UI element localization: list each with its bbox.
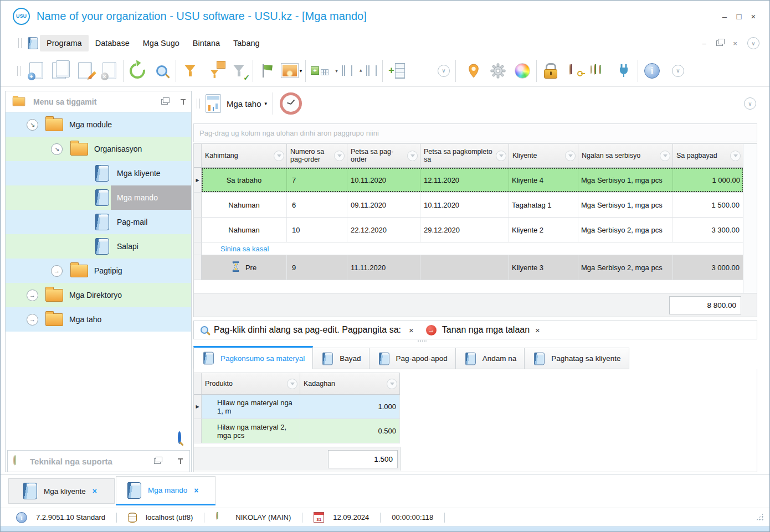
reports-button[interactable]: Mga taho bbox=[227, 99, 261, 109]
filter-row[interactable]: Pag-klik dinhi alang sa pag-edit. Pagpan… bbox=[193, 321, 757, 339]
resize-grip[interactable] bbox=[756, 513, 764, 521]
tree-item-pagtipig[interactable]: → Pagtipig bbox=[6, 259, 191, 283]
calendar-icon[interactable]: 31 bbox=[314, 512, 324, 523]
collapse-node-icon[interactable]: ↘ bbox=[51, 143, 63, 155]
delete-document-icon[interactable]: × bbox=[97, 59, 121, 83]
toolbar-overflow-icon[interactable]: ∨ bbox=[744, 97, 756, 110]
column-header-serbisyo[interactable]: Ngalan sa serbisyo bbox=[578, 144, 673, 167]
toolbar-overflow-icon[interactable]: ∨ bbox=[438, 65, 450, 77]
clock-icon[interactable] bbox=[279, 91, 303, 116]
cell-petsa-kompleto[interactable] bbox=[420, 255, 509, 280]
expand-node-icon[interactable]: → bbox=[51, 265, 63, 277]
cell-kadaghan[interactable]: 1.000 bbox=[300, 395, 400, 419]
cell-numero[interactable]: 10 bbox=[287, 218, 347, 242]
clear-filter-icon[interactable]: × bbox=[409, 326, 414, 335]
info-icon[interactable]: i bbox=[16, 512, 27, 523]
filter-icon[interactable] bbox=[496, 151, 506, 161]
menu-tabang[interactable]: Tabang bbox=[227, 35, 266, 51]
cell-petsa-order[interactable]: 11.11.2020 bbox=[347, 255, 420, 280]
panel-pin-icon[interactable] bbox=[180, 99, 187, 105]
cell-kliyente[interactable]: Kliyente 2 bbox=[509, 218, 578, 242]
filter-columns-icon[interactable] bbox=[202, 59, 227, 83]
settings-gear-icon[interactable] bbox=[486, 59, 510, 83]
new-document-icon[interactable]: + bbox=[24, 59, 48, 83]
filter-icon[interactable] bbox=[565, 151, 576, 161]
cell-serbisyo[interactable]: Mga Serbisyo 1, mga pcs bbox=[578, 193, 673, 217]
cell-serbisyo[interactable]: Mga Serbisyo 2, mga pcs bbox=[578, 255, 673, 280]
table-row-selected[interactable]: ▶ Sa trabaho 7 10.11.2020 12.11.2020 Kli… bbox=[194, 168, 743, 193]
filter-icon[interactable] bbox=[730, 151, 741, 161]
table-row-highlighted[interactable]: Pre 9 11.11.2020 Kliyente 3 Mga Serbisyo… bbox=[194, 255, 743, 280]
group-by-bar[interactable]: Pag-drag ug kolum nga ulohan dinhi aron … bbox=[193, 123, 757, 142]
menu-bintana[interactable]: Bintana bbox=[186, 35, 227, 51]
window-tab-mga-kliyente[interactable]: Mga kliyente × bbox=[8, 478, 115, 504]
dropdown-arrow-icon[interactable]: ▾ bbox=[265, 101, 268, 106]
mdi-close-icon[interactable]: × bbox=[728, 39, 742, 48]
column-header-kliyente[interactable]: Kliyente bbox=[509, 144, 578, 167]
location-pin-icon[interactable] bbox=[461, 59, 486, 83]
scope-arrow-icon[interactable]: → bbox=[426, 325, 437, 335]
cell-petsa-kompleto[interactable]: 29.12.2020 bbox=[420, 218, 509, 242]
table-row[interactable]: Nahuman 6 09.11.2020 10.11.2020 Tagahata… bbox=[194, 193, 743, 218]
column-header-bayad[interactable]: Sa pagbayad bbox=[673, 144, 743, 167]
cell-petsa-kompleto[interactable]: 10.11.2020 bbox=[420, 193, 509, 217]
mdi-restore-icon[interactable] bbox=[716, 40, 723, 46]
cell-petsa-order[interactable]: 09.11.2020 bbox=[347, 193, 420, 217]
filter-icon[interactable] bbox=[387, 379, 397, 389]
table-row-selected[interactable]: ▶ Hilaw nga materyal nga 1, m 1.000 bbox=[194, 395, 400, 419]
menu-mga-sugo[interactable]: Mga Sugo bbox=[136, 35, 186, 51]
cell-petsa-order[interactable]: 10.11.2020 bbox=[347, 168, 420, 192]
tree-expand-icon[interactable]: ▾ bbox=[332, 59, 356, 83]
report-icon[interactable] bbox=[203, 91, 223, 116]
column-header-kahimtang[interactable]: Kahimtang bbox=[202, 144, 287, 167]
collapse-node-icon[interactable]: ↘ bbox=[27, 119, 38, 131]
column-header-kadaghan[interactable]: Kadaghan bbox=[300, 373, 400, 394]
cell-kliyente[interactable]: Tagahatag 1 bbox=[509, 193, 578, 217]
filter-scope-label[interactable]: Tanan nga mga talaan bbox=[442, 325, 530, 335]
menu-overflow-icon[interactable]: ∨ bbox=[747, 37, 759, 49]
filter-icon[interactable] bbox=[334, 151, 345, 161]
plugin-icon[interactable] bbox=[612, 59, 636, 83]
maximize-button[interactable]: □ bbox=[732, 12, 746, 21]
tree-item-mga-taho[interactable]: → Mga taho bbox=[6, 307, 191, 332]
user-group-icon[interactable] bbox=[587, 59, 612, 83]
tree-item-salapi[interactable]: Salapi bbox=[6, 234, 191, 259]
cell-numero[interactable]: 7 bbox=[287, 168, 347, 192]
toolbar-grip[interactable] bbox=[197, 99, 200, 109]
filter-icon[interactable] bbox=[274, 151, 284, 161]
filter-check-icon[interactable]: ✓ bbox=[227, 59, 251, 83]
cell-bayad[interactable]: 1 000.00 bbox=[673, 168, 743, 192]
group-row[interactable]: Sinina sa kasal bbox=[194, 242, 743, 255]
panel-float-icon[interactable] bbox=[154, 458, 161, 464]
add-row-icon[interactable]: + bbox=[384, 59, 409, 83]
image-icon[interactable]: ▾ bbox=[279, 59, 304, 83]
tree-search-icon[interactable] bbox=[178, 433, 181, 443]
cell-produkto[interactable]: Hilaw nga materyal 2, mga pcs bbox=[202, 419, 300, 443]
splitter-handle[interactable] bbox=[417, 340, 427, 342]
tab-andam-na[interactable]: Andam na bbox=[456, 348, 525, 369]
cell-kahimtang[interactable]: Sa trabaho bbox=[202, 168, 287, 192]
flag-icon[interactable] bbox=[255, 59, 279, 83]
tree-item-mga-direktoryo[interactable]: → Mga Direktoryo bbox=[6, 283, 191, 307]
toolbar-grip[interactable] bbox=[17, 66, 20, 76]
edit-document-icon[interactable] bbox=[73, 59, 97, 83]
filter-icon[interactable] bbox=[407, 151, 418, 161]
copy-document-icon[interactable] bbox=[48, 59, 73, 83]
tab-pag-apod-apod[interactable]: Pag-apod-apod bbox=[369, 348, 456, 369]
lock-icon[interactable] bbox=[538, 59, 563, 83]
filter-icon[interactable] bbox=[287, 379, 297, 389]
tree-item-pag-mail[interactable]: Pag-mail bbox=[6, 210, 191, 234]
filter-icon[interactable] bbox=[178, 59, 202, 83]
column-header-petsa-order[interactable]: Petsa sa pag-order bbox=[347, 144, 420, 167]
window-tab-mga-mando[interactable]: Mga mando × bbox=[116, 476, 215, 504]
filter-icon[interactable] bbox=[660, 151, 670, 161]
cell-serbisyo[interactable]: Mga Serbisyo 1, mga pcs bbox=[578, 168, 673, 192]
table-row[interactable]: Hilaw nga materyal 2, mga pcs 0.500 bbox=[194, 419, 400, 443]
color-wheel-icon[interactable] bbox=[510, 59, 535, 83]
cell-produkto[interactable]: Hilaw nga materyal nga 1, m bbox=[202, 395, 300, 419]
toolbar-overflow-icon[interactable]: ∨ bbox=[672, 65, 684, 77]
tab-paghatag-sa-kliyente[interactable]: Paghatag sa kliyente bbox=[525, 348, 629, 369]
cell-numero[interactable]: 6 bbox=[287, 193, 347, 217]
tree-item-mga-kliyente[interactable]: Mga kliyente bbox=[6, 161, 191, 185]
column-header-numero[interactable]: Numero sa pag-order bbox=[287, 144, 347, 167]
